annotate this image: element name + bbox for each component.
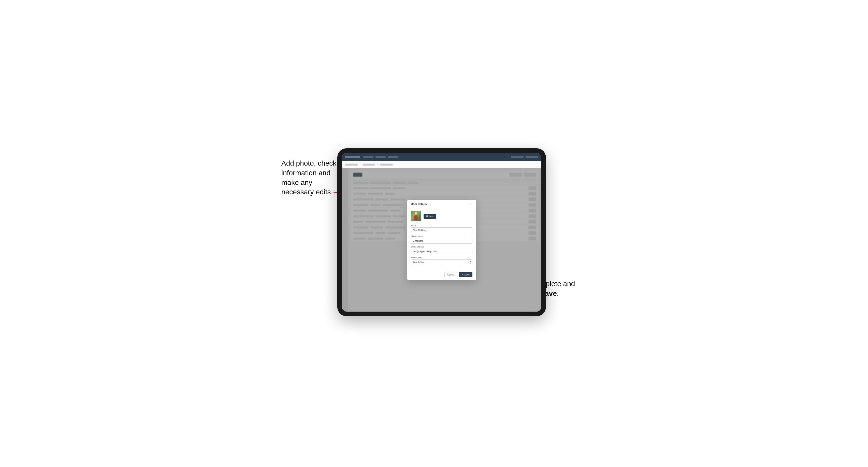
display-name-input[interactable]	[411, 238, 472, 244]
annotation-right-period: .	[557, 289, 559, 297]
app-nav	[363, 156, 398, 158]
school-year-value: Fourth Year	[413, 261, 425, 263]
modal-title: User details	[411, 203, 427, 206]
modal-close-button[interactable]: ×	[469, 202, 472, 206]
name-label: Name	[411, 224, 472, 227]
photo-section: Upload	[411, 211, 472, 221]
app-header	[342, 153, 541, 161]
nav-item-2	[375, 156, 386, 158]
modal-body: Upload Name Display name	[407, 208, 476, 270]
header-right-item-2	[526, 156, 538, 158]
school-year-select-wrapper: Fourth Year × ▲▼	[411, 259, 472, 265]
photo-figure-body	[414, 215, 418, 220]
select-arrow-icon[interactable]: ▲▼	[469, 260, 471, 264]
email-input[interactable]	[411, 249, 472, 254]
save-icon: ⬆	[462, 274, 463, 276]
school-year-select[interactable]: Fourth Year	[411, 259, 472, 265]
app-header-right	[511, 156, 538, 158]
display-name-field-group: Display name	[411, 235, 472, 244]
app-logo	[345, 156, 360, 158]
name-input[interactable]	[411, 227, 472, 233]
name-field-group: Name	[411, 224, 472, 233]
breadcrumb-1	[345, 163, 358, 165]
tablet-screen: / /	[342, 153, 541, 312]
user-details-modal: User details ×	[407, 200, 476, 280]
modal-header: User details ×	[407, 200, 476, 208]
user-photo-thumbnail	[411, 211, 421, 221]
cancel-button[interactable]: Cancel	[444, 272, 457, 277]
nav-item-1	[363, 156, 373, 158]
upload-button[interactable]: Upload	[424, 214, 436, 219]
save-label: Save	[464, 274, 470, 276]
scene: Add photo, check information and make an…	[281, 138, 587, 329]
app-content: User details ×	[342, 168, 541, 312]
email-field-group: Email address	[411, 246, 472, 254]
app-subheader: / /	[342, 161, 541, 168]
modal-footer: Cancel ⬆ Save	[407, 270, 476, 280]
breadcrumb-sep: /	[360, 163, 361, 166]
school-year-field-group: School Year Fourth Year × ▲▼	[411, 256, 472, 265]
header-right-item-1	[511, 156, 524, 158]
nav-item-3	[388, 156, 398, 158]
annotation-left-text: Add photo, check information and make an…	[281, 159, 336, 196]
save-button[interactable]: ⬆ Save	[459, 272, 472, 277]
modal-overlay: User details ×	[342, 168, 541, 312]
photo-background	[411, 211, 421, 221]
annotation-left: Add photo, check information and make an…	[281, 158, 342, 197]
photo-figure-head	[415, 212, 417, 215]
breadcrumb-2	[363, 163, 375, 165]
display-name-label: Display name	[411, 235, 472, 237]
breadcrumb-sep-2: /	[377, 163, 378, 166]
email-label: Email address	[411, 246, 472, 248]
tablet-device: / /	[337, 148, 546, 316]
select-clear-icon[interactable]: ×	[468, 261, 469, 263]
breadcrumb-3	[380, 163, 393, 165]
school-year-label: School Year	[411, 256, 472, 259]
